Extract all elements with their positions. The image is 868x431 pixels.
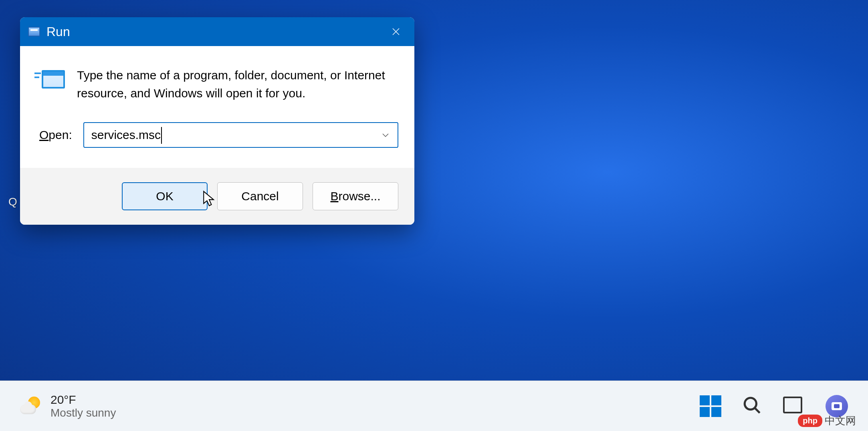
desktop-icon-label-partial: Q xyxy=(8,195,17,208)
search-button[interactable] xyxy=(742,395,762,417)
taskbar: 20°F Mostly sunny xyxy=(0,381,868,431)
dialog-body: Type the name of a program, folder, docu… xyxy=(20,46,414,168)
task-view-button[interactable] xyxy=(783,397,805,416)
run-icon xyxy=(36,68,65,91)
dialog-titlebar[interactable]: Run xyxy=(20,17,414,46)
svg-point-0 xyxy=(745,398,756,409)
watermark-text: 中文网 xyxy=(825,414,856,428)
run-titlebar-icon xyxy=(28,27,40,36)
open-combobox[interactable] xyxy=(83,122,398,148)
dialog-footer: OK Cancel Browse... xyxy=(20,168,414,225)
windows-logo-icon xyxy=(700,395,710,405)
dialog-title: Run xyxy=(46,24,70,39)
chat-icon xyxy=(832,402,842,410)
close-icon xyxy=(391,27,401,36)
weather-temperature: 20°F xyxy=(50,393,116,407)
search-icon xyxy=(742,395,762,415)
browse-button[interactable]: Browse... xyxy=(313,182,398,210)
open-row: Open: xyxy=(36,122,398,148)
open-input[interactable] xyxy=(91,128,381,142)
weather-description: Mostly sunny xyxy=(50,407,116,419)
combobox-dropdown-button[interactable] xyxy=(381,130,390,140)
watermark: php 中文网 xyxy=(798,414,856,428)
chevron-down-icon xyxy=(381,130,390,140)
instruction-text: Type the name of a program, folder, docu… xyxy=(77,66,398,102)
weather-icon xyxy=(20,396,41,417)
weather-text: 20°F Mostly sunny xyxy=(50,393,116,419)
start-button[interactable] xyxy=(700,395,721,417)
instruction-row: Type the name of a program, folder, docu… xyxy=(36,66,398,102)
close-button[interactable] xyxy=(377,17,414,46)
weather-widget[interactable]: 20°F Mostly sunny xyxy=(20,393,116,419)
watermark-badge: php xyxy=(798,415,822,427)
run-dialog: Run Type the name of a program, folder, … xyxy=(20,17,414,225)
open-label: Open: xyxy=(39,128,72,142)
cancel-button[interactable]: Cancel xyxy=(217,182,303,210)
text-cursor xyxy=(161,127,162,144)
ok-button[interactable]: OK xyxy=(122,182,208,210)
